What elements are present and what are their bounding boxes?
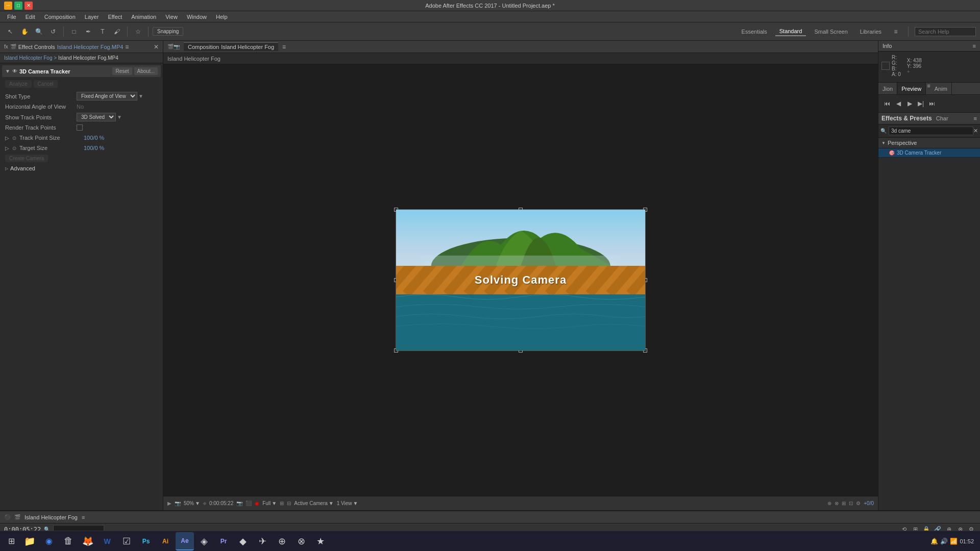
menu-layer[interactable]: Layer: [81, 13, 103, 21]
tab-libraries[interactable]: Libraries: [856, 28, 886, 36]
prev-first-button[interactable]: ⏮: [883, 99, 892, 108]
taskbar-app-illustrator[interactable]: Ai: [156, 532, 175, 550]
cancel-btn[interactable]: Cancel: [34, 80, 58, 88]
close-button[interactable]: ✕: [24, 2, 33, 10]
tab-essentials[interactable]: Essentials: [738, 28, 771, 36]
effects-category-perspective[interactable]: ▼ Perspective: [878, 138, 980, 148]
taskbar-app-explorer[interactable]: 📁: [20, 532, 39, 550]
taskbar-app-word[interactable]: W: [98, 532, 116, 550]
timeline-menu-icon[interactable]: ≡: [82, 514, 85, 520]
target-size-expand[interactable]: ▷: [5, 145, 12, 151]
taskbar-app17[interactable]: ★: [311, 532, 330, 550]
workspace-menu-button[interactable]: ≡: [890, 26, 902, 38]
menu-bar: File Edit Composition Layer Effect Anima…: [0, 11, 980, 22]
tool-select[interactable]: ↖: [4, 26, 16, 38]
menu-help[interactable]: Help: [212, 13, 232, 21]
effect-item-icon: 🎯: [889, 150, 895, 156]
menu-file[interactable]: File: [3, 13, 20, 21]
panel-close-icon[interactable]: ✕: [154, 43, 159, 51]
effect-expand-icon[interactable]: ▼: [5, 68, 10, 74]
comp-viewer[interactable]: Solving Camera: [163, 64, 878, 496]
comp-panel-menu[interactable]: ≡: [282, 43, 286, 51]
prev-play-button[interactable]: ▶: [905, 99, 914, 108]
prev-back-button[interactable]: ◀: [894, 99, 903, 108]
info-menu-icon[interactable]: ≡: [973, 43, 976, 49]
minimize-button[interactable]: ─: [4, 2, 12, 10]
maximize-button[interactable]: □: [14, 2, 22, 10]
taskbar-app15[interactable]: ⊕: [273, 532, 291, 550]
taskbar-app-recycle[interactable]: 🗑: [59, 532, 78, 550]
create-camera-btn[interactable]: Create Camera: [5, 155, 48, 162]
taskbar-app-firefox[interactable]: 🦊: [79, 532, 97, 550]
analyze-btn[interactable]: Analyze: [5, 80, 32, 88]
effects-menu-icon[interactable]: ≡: [974, 115, 977, 121]
taskbar-app13[interactable]: ◆: [234, 532, 252, 550]
menu-edit[interactable]: Edit: [21, 13, 39, 21]
tool-text[interactable]: T: [96, 26, 109, 38]
tab-preview[interactable]: Preview: [897, 83, 926, 94]
breadcrumb-comp[interactable]: Island Helicopter Fog: [4, 55, 53, 61]
quality-dropdown[interactable]: Full ▼: [262, 500, 277, 506]
title-bar: ─ □ ✕ Adobe After Effects CC 2017 - Unti…: [0, 0, 980, 11]
shot-type-row: Shot Type Fixed Angle of View ▼: [2, 91, 161, 102]
taskbar-app11[interactable]: ◈: [195, 532, 213, 550]
comp-toolbar: ▶ 📷 50% ▼ ⎆ 0:00:05:22 📷 ⬛ ◉ Full ▼ ⊞ ⊟ …: [163, 496, 878, 510]
taskbar-app-telegram[interactable]: ✈: [253, 532, 272, 550]
zoom-control[interactable]: 50% ▼: [184, 500, 200, 506]
tool-hand[interactable]: ✋: [18, 26, 31, 38]
track-arrow: ▼: [117, 114, 122, 120]
render-track-checkbox[interactable]: [77, 124, 83, 131]
taskbar-app-photoshop[interactable]: Ps: [137, 532, 155, 550]
effects-search-clear[interactable]: ✕: [973, 128, 978, 134]
track-size-expand[interactable]: ▷: [5, 135, 12, 141]
taskbar-app7[interactable]: ☑: [117, 532, 136, 550]
tool-brush[interactable]: 🖌: [111, 26, 123, 38]
menu-animation[interactable]: Animation: [127, 13, 160, 21]
comp-icon3: ⎆: [203, 500, 206, 506]
menu-window[interactable]: Window: [183, 13, 211, 21]
shot-type-arrow: ▼: [138, 93, 143, 99]
effects-search-input[interactable]: [889, 127, 973, 135]
tab-standard[interactable]: Standard: [775, 27, 806, 36]
menu-composition[interactable]: Composition: [40, 13, 80, 21]
view-label: 1 View: [337, 500, 352, 506]
view-dropdown[interactable]: 1 View ▼: [337, 500, 358, 506]
tab-small-screen[interactable]: Small Screen: [810, 28, 851, 36]
about-button[interactable]: About...: [134, 67, 158, 75]
tool-rotate[interactable]: ↺: [47, 26, 59, 38]
camera-dropdown[interactable]: Active Camera ▼: [294, 500, 333, 506]
timecode-display[interactable]: 0:00:05:22: [209, 500, 233, 506]
taskbar-app-ae[interactable]: Ae: [176, 532, 194, 550]
help-search-input[interactable]: [915, 27, 976, 36]
taskbar-app-premiere[interactable]: Pr: [214, 532, 233, 550]
taskbar-start-btn[interactable]: ⊞: [2, 532, 20, 550]
timeline-header: ⚫ 🎬 Island Helicopter Fog ≡: [0, 511, 980, 523]
tool-zoom[interactable]: 🔍: [33, 26, 45, 38]
prev-forward-button[interactable]: ▶|: [916, 99, 925, 108]
menu-effect[interactable]: Effect: [104, 13, 126, 21]
menu-view[interactable]: View: [161, 13, 182, 21]
tool-rect[interactable]: □: [68, 26, 80, 38]
shot-type-dropdown[interactable]: Fixed Angle of View: [77, 92, 137, 101]
show-track-dropdown[interactable]: 3D Solved: [77, 113, 116, 121]
tab-jion[interactable]: Jion: [878, 83, 897, 94]
taskbar-app-chrome[interactable]: ◉: [40, 532, 58, 550]
target-size-value[interactable]: 100/0 %: [84, 145, 104, 151]
tab-anim[interactable]: Anim: [930, 83, 952, 94]
advanced-section[interactable]: ▷ Advanced: [2, 163, 161, 173]
taskbar-app16[interactable]: ⊗: [292, 532, 310, 550]
track-size-value[interactable]: 100/0 %: [84, 135, 104, 141]
breadcrumb-layer[interactable]: Island Helicopter Fog.MP4: [58, 55, 118, 61]
tool-puppet[interactable]: ☆: [132, 26, 144, 38]
tool-pen[interactable]: ✒: [82, 26, 94, 38]
effect-vis-icon[interactable]: 👁: [12, 68, 17, 74]
reset-button[interactable]: Reset: [112, 67, 132, 75]
color-preview: [881, 62, 890, 70]
snapping-button[interactable]: Snapping: [153, 27, 183, 36]
composition-tab[interactable]: Composition Island Helicopter Fog: [184, 42, 278, 51]
show-track-row: Show Track Points 3D Solved ▼: [2, 112, 161, 122]
effects-item-3d-camera-tracker[interactable]: 🎯 3D Camera Tracker: [878, 148, 980, 158]
char-tab[interactable]: Char: [936, 115, 948, 121]
prev-last-button[interactable]: ⏭: [927, 99, 937, 108]
panel-menu-icon[interactable]: ≡: [125, 43, 129, 51]
